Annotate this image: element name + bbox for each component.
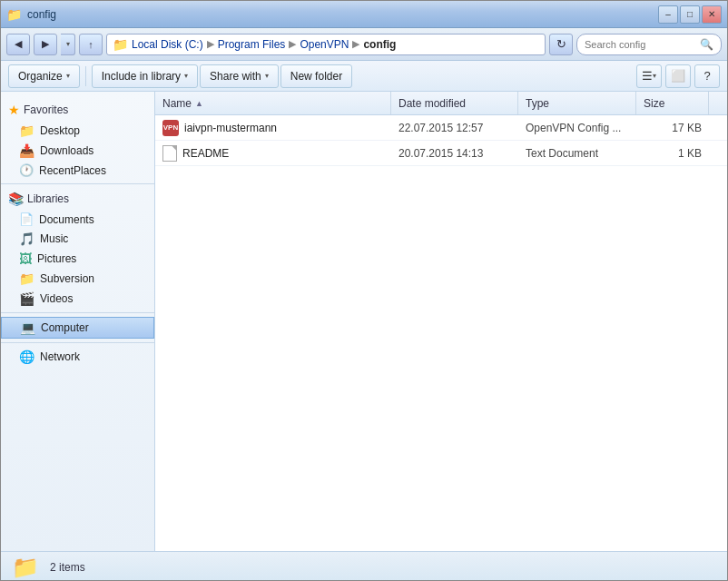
file-type-2: Text Document: [526, 147, 598, 160]
sidebar-item-subversion[interactable]: 📁 Subversion: [1, 269, 154, 289]
sidebar-item-recentplaces[interactable]: 🕐 RecentPlaces: [1, 161, 154, 180]
close-button[interactable]: ✕: [702, 5, 722, 24]
sidebar-item-videos-label: Videos: [40, 292, 73, 305]
sidebar-group-libraries[interactable]: 📚 Libraries: [1, 188, 154, 210]
sidebar-item-computer[interactable]: 💻 Computer: [1, 317, 154, 339]
sidebar-item-pictures[interactable]: 🖼 Pictures: [1, 249, 154, 269]
include-in-library-label: Include in library: [102, 70, 181, 83]
sidebar-item-pictures-label: Pictures: [37, 252, 76, 265]
sidebar-item-recentplaces-label: RecentPlaces: [39, 164, 106, 177]
new-folder-label: New folder: [290, 70, 342, 83]
file-type-cell-2: Text Document: [518, 147, 636, 160]
sidebar-item-documents[interactable]: 📄 Documents: [1, 210, 154, 229]
path-segment-openvpn[interactable]: OpenVPN: [300, 38, 349, 51]
sidebar-section-computer: 💻 Computer: [1, 317, 154, 339]
toolbar-sep-1: [85, 66, 86, 86]
refresh-button[interactable]: ↻: [549, 34, 573, 55]
col-name-label: Name: [162, 97, 192, 110]
file-size-2: 1 KB: [678, 147, 702, 160]
file-modified-1: 22.07.2015 12:57: [398, 122, 483, 134]
sidebar-item-desktop[interactable]: 📁 Desktop: [1, 121, 154, 141]
title-controls: – □ ✕: [658, 5, 722, 24]
help-button[interactable]: ?: [694, 64, 720, 88]
file-size-cell-1: 17 KB: [636, 122, 709, 134]
sidebar-item-computer-label: Computer: [41, 321, 89, 334]
file-list-header: Name ▲ Date modified Type Size: [155, 92, 727, 115]
col-header-modified[interactable]: Date modified: [391, 92, 518, 114]
back-button[interactable]: ◀: [6, 34, 30, 55]
favorites-label: Favorites: [24, 103, 68, 116]
window-title: config: [27, 8, 56, 21]
sidebar-item-network[interactable]: 🌐 Network: [1, 347, 154, 367]
sort-arrow-icon: ▲: [195, 99, 203, 108]
col-header-type[interactable]: Type: [518, 92, 636, 114]
path-segment-config: config: [363, 38, 396, 51]
view-icon: ☰: [642, 69, 653, 83]
file-type-1: OpenVPN Config ...: [526, 122, 621, 134]
col-header-name[interactable]: Name ▲: [155, 92, 391, 114]
organize-label: Organize: [18, 70, 63, 83]
sidebar-item-videos[interactable]: 🎬 Videos: [1, 289, 154, 309]
include-in-library-button[interactable]: Include in library ▾: [92, 64, 198, 88]
path-segment-programFiles[interactable]: Program Files: [218, 38, 286, 51]
col-size-label: Size: [644, 97, 664, 110]
libraries-label: Libraries: [27, 192, 69, 205]
downloads-folder-icon: 📥: [19, 143, 34, 158]
sidebar-divider-2: [1, 312, 154, 313]
videos-icon: 🎬: [19, 291, 34, 306]
sidebar-item-downloads-label: Downloads: [40, 144, 93, 157]
change-view-button[interactable]: ☰ ▾: [636, 64, 662, 88]
file-name-cell-1: VPN iaivpn-mustermann: [155, 120, 391, 136]
file-list-area: Name ▲ Date modified Type Size VPN iaivp…: [155, 92, 727, 551]
path-sep-1: ▶: [207, 38, 214, 50]
col-header-size[interactable]: Size: [636, 92, 709, 114]
chevron-down-icon: ▾: [66, 40, 70, 48]
sidebar-item-music[interactable]: 🎵 Music: [1, 229, 154, 249]
share-with-label: Share with: [210, 70, 261, 83]
file-name-cell-2: README: [155, 145, 391, 162]
pictures-icon: 🖼: [19, 251, 32, 266]
view-dropdown-icon: ▾: [653, 72, 656, 80]
organize-dropdown-icon: ▾: [66, 72, 70, 80]
search-icon: 🔍: [700, 38, 713, 51]
organize-button[interactable]: Organize ▾: [8, 64, 80, 88]
title-bar-left: 📁 config: [6, 7, 56, 22]
search-input[interactable]: [585, 39, 696, 50]
path-sep-2: ▶: [289, 38, 296, 50]
path-folder-icon: 📁: [113, 37, 128, 52]
table-row[interactable]: VPN iaivpn-mustermann 22.07.2015 12:57 O…: [155, 115, 727, 141]
file-modified-2: 20.07.2015 14:13: [398, 147, 483, 160]
share-with-button[interactable]: Share with ▾: [200, 64, 279, 88]
sidebar-group-favorites[interactable]: ★ Favorites: [1, 99, 154, 121]
path-segment-localDisk[interactable]: Local Disk (C:): [132, 38, 203, 51]
forward-button[interactable]: ▶: [34, 34, 57, 55]
sidebar-item-downloads[interactable]: 📥 Downloads: [1, 141, 154, 161]
status-bar: 📁 2 items: [1, 551, 727, 581]
sidebar-divider-1: [1, 183, 154, 184]
minimize-button[interactable]: –: [658, 5, 678, 24]
toolbar: Organize ▾ Include in library ▾ Share wi…: [1, 61, 727, 92]
txt-icon: [162, 145, 177, 162]
file-modified-cell-1: 22.07.2015 12:57: [391, 122, 518, 134]
sidebar-item-subversion-label: Subversion: [40, 272, 94, 285]
ovpn-icon: VPN: [162, 120, 179, 136]
table-row[interactable]: README 20.07.2015 14:13 Text Document 1 …: [155, 141, 727, 166]
sidebar-section-network: 🌐 Network: [1, 347, 154, 367]
file-name-2: README: [182, 147, 229, 160]
file-list: VPN iaivpn-mustermann 22.07.2015 12:57 O…: [155, 115, 727, 551]
sidebar-item-documents-label: Documents: [39, 213, 94, 226]
sidebar-divider-3: [1, 342, 154, 343]
subversion-icon: 📁: [19, 271, 34, 286]
maximize-button[interactable]: □: [680, 5, 700, 24]
nav-dropdown-button[interactable]: ▾: [61, 34, 75, 55]
search-box[interactable]: 🔍: [576, 34, 722, 55]
pane-button[interactable]: ⬜: [665, 64, 691, 88]
sidebar: ★ Favorites 📁 Desktop 📥 Downloads 🕐 Rece…: [1, 92, 155, 551]
libraries-icon: 📚: [8, 192, 24, 206]
address-path[interactable]: 📁 Local Disk (C:) ▶ Program Files ▶ Open…: [106, 34, 546, 55]
up-button[interactable]: ↑: [79, 34, 103, 55]
sidebar-item-music-label: Music: [40, 232, 68, 245]
col-modified-label: Date modified: [398, 97, 466, 110]
music-icon: 🎵: [19, 231, 34, 246]
new-folder-button[interactable]: New folder: [280, 64, 352, 88]
